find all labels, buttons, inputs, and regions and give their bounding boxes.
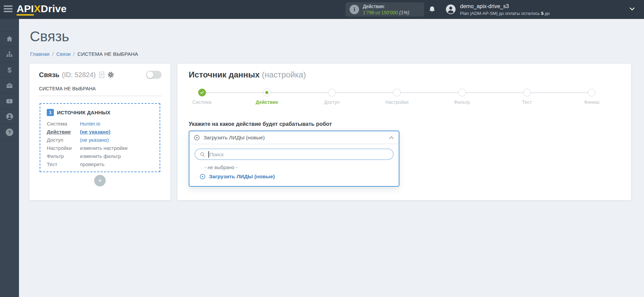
actions-counter: i Действия: 1'796из150'000(1%): [346, 2, 424, 17]
step-done-icon: [198, 89, 206, 96]
chevron-up-icon[interactable]: [389, 136, 394, 140]
days-left: 5: [541, 11, 543, 16]
action-select[interactable]: Загрузить ЛИДЫ (новые): [189, 131, 399, 144]
sidebar-item-billing[interactable]: $: [0, 62, 19, 78]
setup-stepper: Система Действие Доступ Настройки Фильтр…: [186, 89, 607, 110]
dollar-icon: $: [7, 66, 12, 73]
option-not-selected[interactable]: - не выбрано -: [205, 165, 394, 170]
source-row-test: Тест проверить: [47, 161, 157, 167]
panel-title-suffix: (настройка): [262, 70, 306, 79]
chevron-down-icon[interactable]: [629, 6, 636, 12]
source-block-title: ИСТОЧНИК ДАННЫХ: [57, 110, 110, 115]
source-row-system: Система Hunter.io: [47, 120, 157, 127]
breadcrumb-connections[interactable]: Связи: [56, 51, 70, 57]
data-source-block[interactable]: 1 ИСТОЧНИК ДАННЫХ Система Hunter.io Дейс…: [40, 103, 160, 172]
step-filter[interactable]: Фильтр: [446, 89, 477, 110]
source-setup-panel: Источник данных (настройка) Система Дейс…: [178, 64, 631, 200]
step-pending-icon: [523, 89, 531, 96]
notifications-bell-icon[interactable]: [428, 5, 436, 14]
toggle-knob: [147, 71, 153, 78]
actions-used: 1'796: [363, 10, 374, 15]
breadcrumb-separator: /: [52, 51, 54, 57]
add-step-button[interactable]: +: [94, 175, 106, 186]
option-load-leads[interactable]: Загрузить ЛИДЫ (новые): [196, 174, 394, 180]
help-icon: ?: [6, 129, 13, 136]
sidebar-item-video[interactable]: [0, 93, 19, 109]
action-dropdown-panel: - не выбрано - Загрузить ЛИДЫ (новые): [189, 144, 399, 186]
user-name: demo_apix-drive_s3: [460, 3, 550, 10]
step-access[interactable]: Доступ: [316, 89, 348, 110]
step-test[interactable]: Тест: [511, 89, 542, 110]
search-icon: [200, 152, 205, 157]
page-title: Связь: [30, 28, 69, 45]
logo-drive: Drive: [41, 3, 67, 14]
step-system[interactable]: Система: [186, 89, 217, 110]
breadcrumb: Главная / Связи / СИСТЕМА НЕ ВЫБРАНА: [30, 51, 138, 57]
app-header: APIXDrive i Действия: 1'796из150'000(1%)…: [0, 0, 644, 19]
sidebar-item-services[interactable]: [0, 78, 19, 93]
access-value-link[interactable]: (не указано): [80, 137, 109, 143]
dropdown-search[interactable]: [194, 148, 394, 160]
filter-value-link[interactable]: изменить фильтр: [80, 153, 121, 159]
sidebar-nav: $ ?: [0, 19, 19, 297]
step-pending-icon: [588, 89, 596, 96]
test-value-link[interactable]: проверить: [80, 161, 104, 167]
play-circle-icon: [200, 174, 206, 180]
actions-of: из: [375, 10, 380, 15]
user-plan: Plan |ADM-AP-SM| до оплаты осталось 5 дн: [460, 11, 550, 17]
connections-icon: [6, 51, 13, 58]
app-logo[interactable]: APIXDrive: [17, 3, 67, 15]
logo-x: X: [34, 3, 41, 14]
sidebar-item-home[interactable]: [0, 31, 19, 47]
sidebar-item-help[interactable]: ?: [0, 124, 19, 140]
sidebar-item-connections[interactable]: [0, 47, 19, 62]
actions-percent: (1%): [399, 10, 410, 15]
selected-action-value: Загрузить ЛИДЫ (новые): [204, 135, 265, 141]
step-finish[interactable]: Финиш: [576, 89, 607, 110]
hamburger-menu-icon[interactable]: [4, 5, 13, 14]
panel-title: Источник данных (настройка): [189, 70, 306, 79]
home-icon: [6, 35, 13, 43]
step-pending-icon: [393, 89, 401, 96]
play-circle-icon: [194, 135, 200, 141]
action-value-link[interactable]: (не указано): [80, 129, 110, 135]
connection-id: (ID: 52824): [62, 71, 96, 79]
user-icon: [6, 113, 14, 120]
connection-title: Связь: [39, 71, 59, 79]
actions-total: 150'000: [381, 10, 398, 15]
actions-label: Действия:: [363, 3, 409, 9]
system-value-link[interactable]: Hunter.io: [80, 120, 100, 127]
action-question-label: Укажите на какое действие будет срабатыв…: [189, 121, 332, 127]
action-combobox: Загрузить ЛИДЫ (новые) - не выбрано -: [189, 131, 399, 187]
video-icon: [5, 97, 14, 105]
connection-card: Связь (ID: 52824) СИСТЕМА НЕ ВЫБРАНА 1 И…: [29, 64, 170, 200]
step-pending-icon: [458, 89, 466, 96]
gear-icon[interactable]: [107, 71, 114, 78]
source-row-filter: Фильтр изменить фильтр: [47, 153, 157, 159]
user-menu[interactable]: demo_apix-drive_s3 Plan |ADM-AP-SM| до о…: [460, 3, 550, 17]
source-row-settings: Настройки изменить настройки: [47, 145, 157, 151]
briefcase-icon: [6, 82, 13, 89]
connection-enabled-toggle[interactable]: [146, 71, 162, 79]
source-row-access: Доступ (не указано): [47, 137, 157, 143]
document-icon[interactable]: [99, 71, 105, 78]
connection-status: СИСТЕМА НЕ ВЫБРАНА: [39, 86, 162, 96]
info-icon: i: [350, 5, 359, 14]
user-avatar[interactable]: [445, 4, 456, 15]
settings-value-link[interactable]: изменить настройки: [80, 145, 127, 151]
breadcrumb-home[interactable]: Главная: [30, 51, 49, 57]
step-active-icon: [263, 89, 271, 96]
step-number-badge: 1: [47, 109, 54, 116]
source-row-action: Действие (не указано): [47, 129, 157, 135]
breadcrumb-separator: /: [73, 51, 75, 57]
step-pending-icon: [328, 89, 336, 96]
sidebar-item-account[interactable]: [0, 109, 19, 124]
step-action[interactable]: Действие: [251, 89, 283, 110]
text-caret: [208, 151, 209, 158]
breadcrumb-current: СИСТЕМА НЕ ВЫБРАНА: [77, 51, 138, 57]
logo-api: API: [17, 3, 34, 16]
step-settings[interactable]: Настройки: [381, 89, 412, 110]
search-input[interactable]: [210, 152, 389, 157]
